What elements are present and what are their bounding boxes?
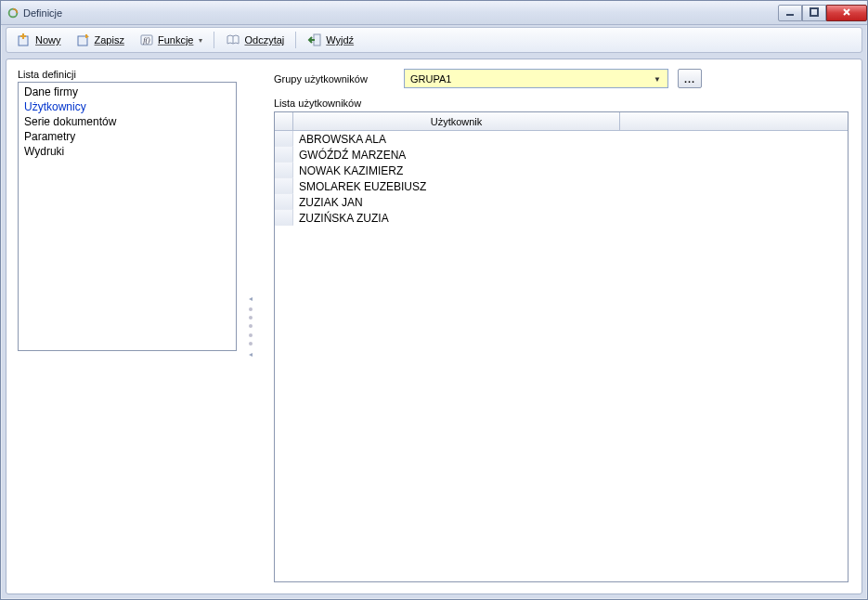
window: Definicje (0, 0, 868, 600)
table-row[interactable]: GWÓŹDŹ MARZENA (275, 147, 848, 163)
chevron-down-icon: ▼ (651, 72, 664, 85)
row-selector[interactable] (275, 147, 293, 163)
maximize-icon (809, 7, 820, 20)
row-selector[interactable] (275, 194, 293, 210)
user-cell: ZUZIAK JAN (293, 196, 363, 209)
read-button[interactable]: Odczytaj (219, 30, 291, 50)
definition-item[interactable]: Parametry (22, 129, 232, 144)
window-title: Definicje (23, 7, 62, 19)
toolbar-separator-2 (295, 32, 296, 48)
table-row[interactable]: SMOLAREK EUZEBIUSZ (275, 178, 848, 194)
minimize-button[interactable] (778, 5, 802, 21)
svg-rect-1 (786, 14, 794, 16)
title-left: Definicje (6, 7, 62, 20)
functions-label: Funkcje (158, 34, 194, 46)
dropdown-arrow-icon: ▾ (199, 36, 202, 45)
row-selector[interactable] (275, 163, 293, 178)
table-row[interactable]: ABROWSKA ALA (275, 131, 848, 147)
toolbar-separator (214, 32, 214, 48)
svg-rect-2 (810, 8, 818, 16)
user-cell: NOWAK KAZIMIERZ (293, 164, 403, 177)
row-selector[interactable] (275, 178, 293, 194)
grid-header: Użytkownik (275, 112, 848, 131)
exit-icon (307, 33, 322, 47)
group-select-value: GRUPA1 (410, 73, 451, 85)
header-selector-column[interactable] (275, 112, 293, 130)
save-icon (76, 33, 91, 47)
users-grid: Użytkownik ABROWSKA ALAGWÓŹDŹ MARZENANOW… (274, 111, 849, 582)
ellipsis-icon: ... (684, 73, 695, 85)
svg-rect-10 (314, 34, 320, 46)
group-label: Grupy użytkowników (274, 73, 395, 85)
new-button[interactable]: Nowy (10, 30, 68, 50)
new-icon (17, 33, 32, 47)
functions-button[interactable]: f() Funkcje ▾ (133, 30, 210, 50)
row-selector[interactable] (275, 131, 293, 147)
close-button[interactable] (826, 5, 867, 21)
toolbar-container: Nowy Zapisz f() Funkcje ▾ Odczyta (6, 27, 862, 53)
table-row[interactable]: ZUZIAK JAN (275, 194, 848, 210)
grid-body[interactable]: ABROWSKA ALAGWÓŹDŹ MARZENANOWAK KAZIMIER… (275, 131, 848, 581)
group-select[interactable]: GRUPA1 ▼ (404, 69, 668, 88)
table-row[interactable]: NOWAK KAZIMIERZ (275, 163, 848, 178)
functions-icon: f() (139, 33, 154, 47)
user-cell: ABROWSKA ALA (293, 133, 386, 146)
svg-text:f(): f() (143, 36, 150, 45)
group-browse-button[interactable]: ... (678, 69, 702, 88)
definition-item[interactable]: Użytkownicy (22, 99, 232, 114)
left-pane: Lista definicji Dane firmyUżytkownicySer… (6, 59, 248, 593)
splitter[interactable]: ◂ ◂ (248, 59, 253, 593)
header-user-column[interactable]: Użytkownik (293, 112, 620, 130)
definition-list[interactable]: Dane firmyUżytkownicySerie dokumentówPar… (18, 82, 237, 351)
row-selector[interactable] (275, 210, 293, 226)
toolbar: Nowy Zapisz f() Funkcje ▾ Odczyta (10, 30, 858, 50)
user-cell: SMOLAREK EUZEBIUSZ (293, 180, 426, 193)
users-list-label: Lista użytkowników (274, 98, 849, 109)
minimize-icon (784, 7, 796, 20)
definition-item[interactable]: Wydruki (22, 144, 232, 159)
read-label: Odczytaj (244, 34, 284, 46)
definition-item[interactable]: Serie dokumentów (22, 114, 232, 129)
exit-button[interactable]: Wyjdź (301, 30, 360, 50)
close-icon (841, 7, 852, 20)
exit-label: Wyjdź (326, 34, 354, 46)
book-icon (226, 33, 240, 47)
save-label: Zapisz (95, 34, 124, 46)
table-row[interactable]: ZUZIŃSKA ZUZIA (275, 210, 848, 226)
user-cell: ZUZIŃSKA ZUZIA (293, 212, 389, 225)
splitter-handle-icon: ◂ ◂ (249, 294, 253, 359)
right-pane: Grupy użytkowników GRUPA1 ▼ ... Lista uż… (253, 59, 862, 593)
maximize-button[interactable] (802, 5, 826, 21)
app-icon (6, 7, 19, 20)
new-label: Nowy (35, 34, 61, 46)
svg-rect-5 (20, 35, 26, 37)
definition-list-label: Lista definicji (18, 69, 237, 80)
user-cell: GWÓŹDŹ MARZENA (293, 149, 406, 162)
definition-item[interactable]: Dane firmy (22, 85, 232, 99)
content-panel: Lista definicji Dane firmyUżytkownicySer… (6, 59, 862, 594)
titlebar: Definicje (1, 1, 867, 25)
group-row: Grupy użytkowników GRUPA1 ▼ ... (274, 69, 849, 88)
save-button[interactable]: Zapisz (70, 30, 131, 50)
window-controls (778, 5, 867, 21)
